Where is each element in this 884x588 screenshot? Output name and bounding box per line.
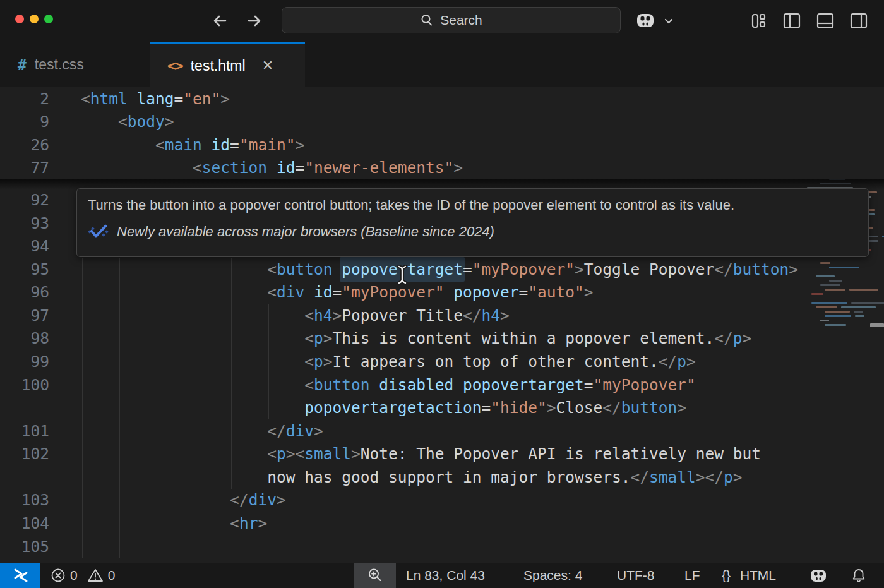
indent-guide: [157, 373, 157, 397]
line-number: 2: [0, 87, 49, 111]
indent-guide: [231, 304, 232, 327]
code-row[interactable]: 2<html lang="en">: [0, 87, 884, 111]
code-row[interactable]: 101</div>: [0, 419, 884, 443]
minimize-window-button[interactable]: [30, 15, 39, 23]
indent-guide: [119, 280, 120, 304]
line-number: 99: [0, 350, 49, 373]
code-line-text: </div>: [267, 419, 323, 443]
copilot-chevron-down-icon[interactable]: [658, 10, 679, 32]
minimap-line: [841, 306, 876, 308]
close-window-button[interactable]: [15, 15, 24, 23]
search-icon: [420, 13, 434, 27]
code-row[interactable]: 103</div>: [0, 488, 884, 512]
baseline-check-icon: [88, 224, 110, 240]
indent-guide: [119, 442, 120, 465]
zoom-status-item[interactable]: [354, 563, 396, 588]
copilot-status-icon[interactable]: [809, 563, 827, 588]
code-row[interactable]: 26<main id="main">: [0, 133, 884, 157]
minimap-line: [820, 262, 830, 264]
html-file-icon: <>: [167, 57, 182, 74]
indent-guide: [82, 280, 83, 304]
language-mode-status[interactable]: {} HTML: [722, 563, 776, 588]
indentation-status[interactable]: Spaces: 4: [523, 563, 582, 588]
minimap-line: [825, 324, 846, 326]
code-row[interactable]: 97<h4>Popover Title</h4>: [0, 304, 884, 327]
indent-guide: [157, 442, 157, 465]
indent-guide: [119, 396, 120, 419]
navigate-forward-button[interactable]: [243, 10, 265, 32]
indent-guide: [194, 465, 194, 489]
indent-guide: [194, 258, 194, 281]
line-number: 100: [0, 373, 49, 397]
code-line-text: <html lang="en">: [81, 87, 230, 111]
code-row[interactable]: now has good support in major browsers.<…: [0, 465, 884, 489]
line-number: 77: [0, 156, 49, 179]
indent-guide: [157, 488, 157, 512]
indent-guide: [231, 465, 232, 489]
indent-guide: [119, 512, 120, 535]
encoding-status[interactable]: UTF-8: [617, 563, 655, 588]
title-bar: Search: [0, 0, 884, 42]
code-row[interactable]: 100<button disabled popovertarget="myPop…: [0, 373, 884, 397]
indent-guide: [194, 327, 194, 350]
indent-guide: [268, 327, 269, 350]
code-line-text: <main id="main">: [155, 133, 304, 157]
tab-test-css[interactable]: # test.css: [0, 42, 150, 87]
copilot-icon[interactable]: [635, 10, 656, 32]
vscode-window: Search: [0, 0, 884, 588]
minimap-line: [849, 289, 878, 291]
indent-guide: [231, 258, 232, 281]
code-line-text: <p><small>Note: The Popover API is relat…: [267, 442, 761, 465]
code-row[interactable]: 102<p><small>Note: The Popover API is re…: [0, 442, 884, 465]
cursor-position-status[interactable]: Ln 83, Col 43: [406, 563, 485, 588]
indent-guide: [119, 419, 120, 443]
error-icon: [51, 568, 66, 583]
indent-guide: [82, 419, 83, 443]
language-label: HTML: [740, 568, 776, 582]
indent-guide: [119, 373, 120, 397]
code-row[interactable]: popovertargetaction="hide">Close</button…: [0, 396, 884, 419]
indent-guide: [82, 465, 83, 489]
sticky-scroll[interactable]: 2<html lang="en">9<body>26<main id="main…: [0, 87, 884, 179]
code-row[interactable]: 96<div id="myPopover" popover="auto">: [0, 280, 884, 304]
minimap-line: [825, 311, 850, 313]
remote-indicator[interactable]: [0, 563, 40, 588]
code-line-text: <body>: [118, 110, 174, 133]
problems-status[interactable]: 0 0: [51, 563, 115, 588]
code-row[interactable]: 77<section id="newer-elements">: [0, 156, 884, 179]
code-line-text: popovertargetaction="hide">Close</button…: [304, 396, 686, 419]
toggle-panel-icon[interactable]: [815, 10, 836, 32]
minimap-line: [816, 275, 835, 277]
code-row[interactable]: 105: [0, 535, 884, 558]
maximize-window-button[interactable]: [44, 15, 53, 23]
line-number: 104: [0, 512, 49, 535]
editor-pane[interactable]: 92939495<button popovertarget="myPopover…: [0, 87, 884, 563]
indent-guide: [194, 350, 194, 373]
command-center-search[interactable]: Search: [282, 7, 621, 33]
tab-close-icon[interactable]: ✕: [262, 57, 273, 74]
indent-guide: [157, 327, 157, 350]
customize-layout-icon[interactable]: [748, 10, 769, 32]
eol-status[interactable]: LF: [684, 563, 700, 588]
code-row[interactable]: 99<p>It appears on top of other content.…: [0, 350, 884, 373]
indent-guide: [194, 304, 194, 327]
indent-guide: [119, 465, 120, 489]
minimap-line: [855, 315, 864, 317]
indent-guide: [119, 350, 120, 373]
indent-guide: [231, 396, 232, 419]
code-row[interactable]: 98<p>This is content within a popover el…: [0, 327, 884, 350]
toggle-primary-sidebar-icon[interactable]: [781, 10, 803, 32]
code-row[interactable]: 104<hr>: [0, 512, 884, 535]
indent-guide: [82, 442, 83, 465]
code-row[interactable]: 95<button popovertarget="myPopover">Togg…: [0, 258, 884, 281]
code-row[interactable]: 9<body>: [0, 110, 884, 133]
tab-test-html[interactable]: <> test.html ✕: [150, 42, 305, 87]
indent-guide: [157, 280, 157, 304]
navigate-back-button[interactable]: [210, 10, 231, 32]
code-line-text: </div>: [230, 488, 286, 512]
indent-guide: [157, 419, 157, 443]
error-count: 0: [70, 563, 78, 588]
warning-count: 0: [108, 563, 116, 588]
toggle-secondary-sidebar-icon[interactable]: [848, 10, 869, 32]
notifications-bell-icon[interactable]: [851, 563, 867, 588]
